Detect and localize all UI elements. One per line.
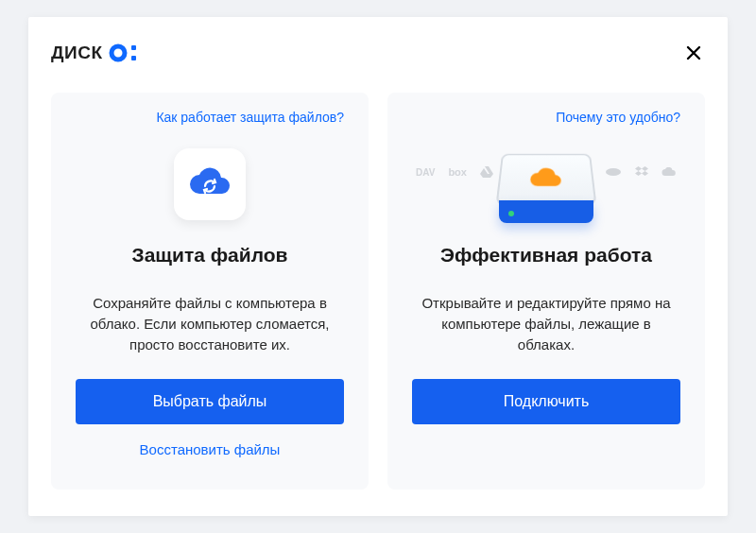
restore-files-link[interactable]: Восстановить файлы — [76, 441, 344, 457]
cards-row: Как работает защита файлов? Защита файл — [51, 93, 705, 490]
app-window: ДИСК Как работает защита файлов? — [28, 17, 728, 516]
logo-o-icon — [109, 43, 141, 62]
card-effective-work: Почему это удобно? DAV box — [387, 93, 705, 490]
illustration-drive: DAV box — [412, 132, 680, 236]
provider-dav-icon: DAV — [416, 167, 435, 178]
logo-text: ДИСК — [51, 43, 103, 63]
provider-dropbox-icon — [635, 166, 648, 178]
svg-rect-1 — [131, 45, 136, 50]
svg-point-0 — [112, 46, 125, 60]
card-title-work: Эффективная работа — [412, 244, 680, 266]
help-link-work[interactable]: Почему это удобно? — [556, 110, 680, 125]
card-protect-files: Как работает защита файлов? Защита файл — [51, 93, 369, 490]
card-desc-protect: Сохраняйте файлы с компьютера в облако. … — [76, 293, 344, 354]
card-desc-work: Открывайте и редактируйте прямо на компь… — [412, 293, 680, 354]
select-files-button[interactable]: Выбрать файлы — [76, 379, 344, 424]
connect-button[interactable]: Подключить — [412, 379, 680, 424]
help-link-protect[interactable]: Как работает защита файлов? — [156, 110, 344, 125]
provider-onedrive-icon — [662, 167, 677, 177]
logo: ДИСК — [51, 43, 141, 63]
provider-box-icon: box — [448, 166, 467, 178]
hard-drive-icon — [490, 142, 603, 227]
close-button[interactable] — [682, 42, 705, 64]
cloud-sync-icon — [174, 148, 246, 220]
svg-rect-2 — [131, 56, 136, 60]
card-title-protect: Защита файлов — [76, 244, 344, 266]
illustration-cloud — [76, 132, 344, 236]
provider-yadisk-icon — [605, 167, 622, 177]
svg-point-3 — [606, 168, 621, 176]
close-icon — [686, 45, 701, 60]
header: ДИСК — [51, 36, 705, 70]
